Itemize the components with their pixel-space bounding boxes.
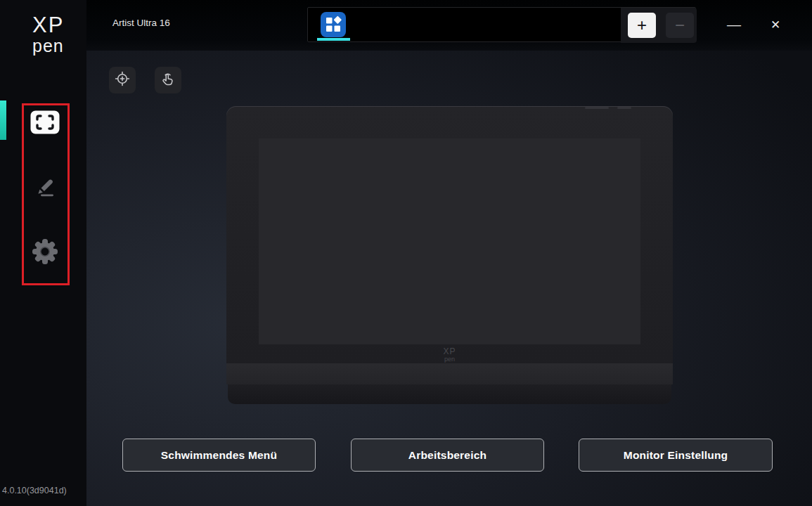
logo-line1: XP <box>32 14 64 36</box>
device-name: Artist Ultra 16 <box>112 18 170 28</box>
active-tab-underline <box>317 38 350 41</box>
main-panel: Artist Ultra 16 + <box>86 0 812 506</box>
floating-menu-button[interactable]: Schwimmendes Menü <box>122 439 316 472</box>
sidebar: XP pen <box>0 0 86 506</box>
remove-device-button[interactable]: − <box>666 13 694 38</box>
monitor-setting-button[interactable]: Monitor Einstellung <box>579 439 773 472</box>
driver-version: 4.0.10(3d9041d) <box>2 486 67 495</box>
tab-actions-group: + − <box>621 8 697 43</box>
sidebar-active-indicator <box>0 100 6 140</box>
work-area-button[interactable]: Arbeitsbereich <box>351 439 544 472</box>
device-tab-strip: + − <box>307 7 696 42</box>
close-button[interactable]: ✕ <box>763 14 787 35</box>
minimize-button[interactable]: — <box>722 14 746 35</box>
crosshair-icon <box>114 70 131 90</box>
tablet-body: XP pen <box>226 106 673 363</box>
title-bar: Artist Ultra 16 + <box>86 0 812 51</box>
logo-line2: pen <box>32 37 64 55</box>
calibration-button[interactable] <box>109 67 136 93</box>
tablet-logo: XP pen <box>226 347 673 363</box>
xppen-driver-window: XP pen <box>0 0 812 506</box>
xppen-logo: XP pen <box>32 14 64 55</box>
sidebar-item-work-area[interactable] <box>30 108 60 139</box>
tablet-top-button <box>585 107 609 109</box>
pen-icon <box>31 173 59 204</box>
tablet-top-button <box>617 107 631 109</box>
tablet-preview: XP pen <box>226 106 673 404</box>
tablet-stand <box>226 363 673 384</box>
sidebar-item-app-settings[interactable] <box>30 238 60 268</box>
apps-grid-icon <box>321 12 346 37</box>
display-area-icon <box>30 110 60 138</box>
add-device-button[interactable]: + <box>628 13 656 38</box>
touch-tap-icon <box>160 70 176 90</box>
device-tab-active[interactable] <box>314 9 357 41</box>
touch-setting-button[interactable] <box>155 67 181 93</box>
tablet-screen <box>259 138 640 344</box>
gear-icon <box>30 237 60 269</box>
sidebar-item-pen-settings[interactable] <box>30 173 60 204</box>
tablet-base <box>228 384 671 404</box>
